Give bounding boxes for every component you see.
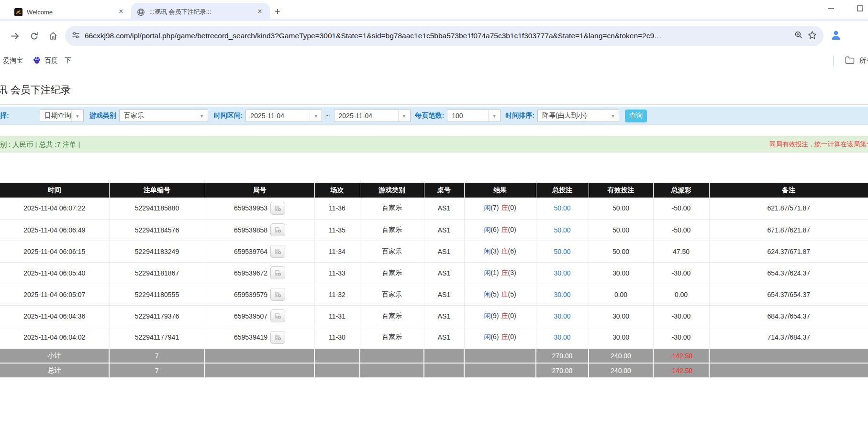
round-number: 659539419 [234, 333, 267, 341]
column-header: 桌号 [424, 183, 464, 198]
round-number: 659539507 [234, 312, 267, 320]
total-bet-link[interactable]: 50.00 [554, 204, 570, 212]
cell-bet-id: 522941183249 [109, 241, 205, 262]
result-banker-value: (6) [508, 247, 516, 255]
video-replay-icon[interactable] [270, 266, 285, 279]
cell-game-type: 百家乐 [360, 219, 424, 241]
page-size-select[interactable]: 100 ▼ [447, 110, 501, 122]
cell-game-type: 百家乐 [360, 241, 424, 262]
result-banker-label: 庄 [501, 226, 508, 233]
summary-bar: 币别 : 人民币 | 总共 :7 注单 | 同局有效投注，统一计算在该局第一张注… [0, 136, 868, 153]
profile-avatar-icon[interactable] [830, 29, 842, 43]
result-banker-label: 庄 [501, 290, 508, 298]
table-row: 2025-11-04 06:05:40522941181867659539672… [0, 262, 868, 284]
url-bar[interactable]: 66cxkj98.com/ipl/portal.php/game/betreco… [65, 26, 823, 46]
total-bet-link[interactable]: 50.00 [554, 248, 570, 255]
forward-icon[interactable] [8, 29, 22, 43]
maximize-button[interactable] [855, 5, 865, 13]
query-type-select[interactable]: 日期查询 ▼ [40, 110, 84, 122]
total-bet-link[interactable]: 50.00 [554, 226, 570, 234]
game-type-select[interactable]: 百家乐 ▼ [119, 110, 208, 122]
cell-total-bet[interactable]: 30.00 [536, 284, 589, 305]
all-bookmarks-label[interactable]: 所有书签 [859, 56, 868, 65]
tab-close-icon[interactable]: × [117, 8, 125, 16]
cell-total-bet[interactable]: 50.00 [536, 198, 589, 219]
cell-round: 659539953 [205, 198, 314, 219]
cell-time: 2025-11-04 06:07:22 [0, 198, 109, 219]
search-button[interactable]: 查询 [625, 110, 647, 122]
result-player-label: 闲 [484, 204, 490, 211]
chevron-down-icon[interactable]: ▼ [71, 110, 83, 121]
cell-time: 2025-11-04 06:05:40 [0, 262, 109, 284]
total-bet-link[interactable]: 30.00 [554, 312, 570, 320]
bookmark-star-icon[interactable] [808, 31, 817, 42]
cell-result: 闲(1)庄(3) [464, 262, 536, 284]
cell-payout: -50.00 [653, 219, 709, 241]
minimize-button[interactable] [826, 5, 836, 13]
result-player-label: 闲 [484, 269, 490, 276]
cell-total-bet[interactable]: 50.00 [536, 241, 589, 262]
chevron-down-icon[interactable]: ▼ [488, 110, 500, 121]
column-header: 有效投注 [589, 183, 653, 198]
total-bet-link[interactable]: 30.00 [554, 291, 570, 298]
footer-value: -142.50 [653, 363, 709, 378]
cell-time: 2025-11-04 06:04:36 [0, 305, 109, 327]
footer-value: 7 [109, 363, 205, 378]
column-header: 游戏类别 [360, 183, 424, 198]
table-footer-row: 小计7270.00240.00-142.50 [0, 348, 868, 363]
bookmark-baidu[interactable]: 百度一下 [28, 56, 76, 66]
chevron-down-icon[interactable]: ▼ [196, 110, 208, 121]
game-type-label: 游戏类别 [89, 111, 116, 120]
cell-note: 671.87/621.87 [709, 219, 868, 241]
sort-order-select[interactable]: 降幂(由大到小) ▼ [537, 110, 619, 122]
column-header: 结果 [464, 183, 536, 198]
date-to-select[interactable]: 2025-11-04 ▼ [334, 110, 411, 122]
video-replay-icon[interactable] [270, 202, 285, 215]
query-type-label: 查询选择: [0, 111, 9, 120]
video-replay-icon[interactable] [270, 223, 285, 236]
cell-valid-bet: 50.00 [589, 219, 653, 241]
date-from-select[interactable]: 2025-11-04 ▼ [245, 110, 322, 122]
filter-bar: 查询选择: 日期查询 ▼ 游戏类别 百家乐 ▼ 时间区间: 2025-11-04… [0, 107, 868, 125]
site-settings-icon[interactable] [72, 31, 80, 41]
new-tab-button[interactable]: + [270, 6, 287, 21]
url-text[interactable]: 66cxkj98.com/ipl/portal.php/game/betreco… [85, 32, 790, 40]
table-footer-row: 总计7270.00240.00-142.50 [0, 363, 868, 378]
footer-value: 240.00 [589, 363, 653, 378]
tab-title: Welcome [27, 9, 112, 16]
cell-session: 11-30 [314, 327, 360, 348]
tab-bet-records[interactable]: :::视讯 会员下注纪录::: × [131, 3, 270, 21]
cell-total-bet[interactable]: 30.00 [536, 327, 589, 348]
reload-icon[interactable] [27, 29, 41, 43]
summary-text: 币别 : 人民币 | 总共 :7 注单 | [0, 140, 80, 149]
cell-time: 2025-11-04 06:06:49 [0, 219, 109, 241]
cell-total-bet[interactable]: 50.00 [536, 219, 589, 241]
browser-chrome: Welcome × :::视讯 会员下注纪录::: × + [0, 0, 868, 71]
cell-valid-bet: 30.00 [589, 305, 653, 327]
total-bet-link[interactable]: 30.00 [554, 333, 570, 341]
cell-total-bet[interactable]: 30.00 [536, 262, 589, 284]
video-replay-icon[interactable] [270, 245, 285, 258]
chevron-down-icon[interactable]: ▼ [607, 110, 619, 121]
tab-welcome[interactable]: Welcome × [9, 3, 131, 21]
tab-close-icon[interactable]: × [256, 8, 264, 16]
chevron-down-icon[interactable]: ▼ [310, 110, 322, 121]
cell-payout: -30.00 [653, 327, 709, 348]
total-bet-link[interactable]: 30.00 [554, 269, 570, 277]
cell-bet-id: 522941179376 [109, 305, 205, 327]
range-tilde: ~ [326, 112, 330, 120]
cell-note: 624.37/671.87 [709, 241, 868, 262]
zoom-icon[interactable] [794, 31, 803, 41]
sort-order-label: 时间排序: [505, 111, 534, 120]
all-bookmarks-folder-icon[interactable] [845, 56, 855, 66]
chevron-down-icon[interactable]: ▼ [398, 110, 410, 121]
video-replay-icon[interactable] [270, 288, 285, 301]
cell-total-bet[interactable]: 30.00 [536, 305, 589, 327]
video-replay-icon[interactable] [270, 309, 285, 322]
cell-bet-id: 522941185880 [109, 198, 205, 219]
home-icon[interactable] [46, 29, 60, 43]
video-replay-icon[interactable] [270, 331, 285, 344]
result-player-label: 闲 [484, 290, 490, 298]
cell-valid-bet: 50.00 [589, 241, 653, 262]
bookmark-aitaobao[interactable]: 爱淘宝 [0, 56, 28, 65]
